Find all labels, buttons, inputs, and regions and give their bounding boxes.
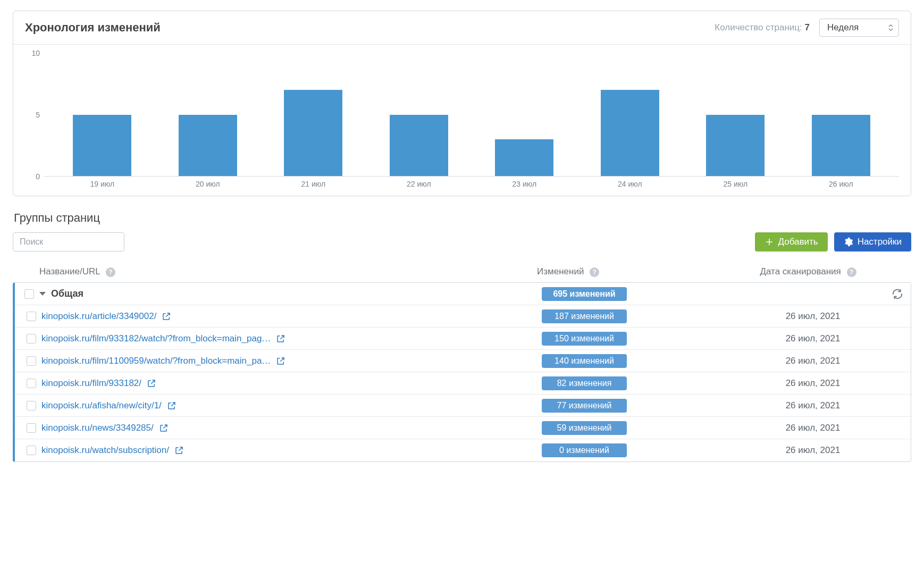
changes-badge[interactable]: 59 изменений (542, 421, 627, 435)
help-icon[interactable]: ? (847, 267, 856, 277)
x-tick: 19 июл (49, 180, 155, 191)
bar-slot (472, 53, 577, 176)
col-scan-date: Дата сканирования ? (718, 266, 898, 277)
table-row: kinopoisk.ru/afisha/new/city/1/77 измене… (15, 395, 911, 417)
table-row: kinopoisk.ru/news/3349285/59 изменений26… (15, 417, 911, 439)
x-tick: 25 июл (683, 180, 788, 191)
group-row[interactable]: Общая 695 изменений (15, 283, 911, 305)
plus-icon (765, 237, 774, 247)
help-icon[interactable]: ? (590, 267, 599, 277)
checkbox[interactable] (27, 334, 36, 343)
help-icon[interactable]: ? (106, 267, 115, 277)
col-name: Название/URL ? (39, 266, 537, 277)
chart-bar[interactable] (179, 115, 237, 177)
col-changes-label: Изменений (537, 266, 584, 276)
scan-date: 26 июл, 2021 (723, 378, 903, 389)
chart-bar[interactable] (706, 115, 765, 177)
scan-date: 26 июл, 2021 (723, 445, 903, 456)
refresh-icon (892, 288, 903, 300)
table-row: kinopoisk.ru/film/933182/watch/?from_blo… (15, 328, 911, 350)
external-link-icon[interactable] (174, 446, 184, 455)
table-row: kinopoisk.ru/film/1100959/watch/?from_bl… (15, 350, 911, 372)
scan-date: 26 июл, 2021 (723, 311, 903, 322)
external-link-icon[interactable] (276, 334, 285, 343)
pages-count-label: Количество страниц: (715, 22, 802, 32)
changes-badge[interactable]: 82 изменения (542, 376, 627, 390)
bar-slot (577, 53, 683, 176)
changes-badge[interactable]: 695 изменений (542, 287, 627, 301)
page-url-link[interactable]: kinopoisk.ru/watch/subscription/ (41, 445, 169, 456)
chart-bar[interactable] (601, 90, 659, 176)
changes-badge[interactable]: 140 изменений (542, 354, 627, 368)
x-tick: 23 июл (472, 180, 577, 191)
table-row: kinopoisk.ru/film/933182/82 изменения26 … (15, 372, 911, 395)
checkbox[interactable] (24, 289, 34, 299)
settings-button[interactable]: Настройки (834, 232, 911, 251)
col-scan-date-label: Дата сканирования (760, 266, 841, 276)
chart-bar[interactable] (390, 115, 448, 177)
changes-badge[interactable]: 150 изменений (542, 332, 627, 346)
page-url-link[interactable]: kinopoisk.ru/film/1100959/watch/?from_bl… (41, 356, 271, 366)
settings-button-label: Настройки (858, 237, 902, 247)
chart-bar[interactable] (812, 115, 870, 177)
page-groups-table: Общая 695 изменений kinopoisk.ru/article… (13, 282, 911, 462)
y-tick: 0 (36, 172, 40, 181)
chart-bar[interactable] (73, 115, 131, 177)
page-url-link[interactable]: kinopoisk.ru/film/933182/ (41, 378, 141, 389)
chart-bar[interactable] (284, 90, 342, 176)
gear-icon (844, 237, 853, 247)
x-tick: 22 июл (366, 180, 472, 191)
page-url-link[interactable]: kinopoisk.ru/article/3349002/ (41, 311, 156, 322)
x-tick: 20 июл (155, 180, 261, 191)
chart-y-axis: 0510 (25, 53, 44, 177)
external-link-icon[interactable] (167, 401, 177, 410)
toolbar: Добавить Настройки (13, 232, 911, 251)
chronology-header-right: Количество страниц: 7 Неделя (715, 19, 899, 37)
checkbox[interactable] (27, 446, 36, 455)
changes-badge[interactable]: 187 изменений (542, 309, 627, 323)
caret-down-icon[interactable] (39, 292, 46, 296)
page-url-link[interactable]: kinopoisk.ru/afisha/new/city/1/ (41, 400, 162, 411)
bar-slot (261, 53, 366, 176)
x-tick: 21 июл (261, 180, 366, 191)
bar-slot (788, 53, 894, 176)
pages-count-value: 7 (805, 22, 810, 32)
chart: 0510 19 июл20 июл21 июл22 июл23 июл24 ию… (25, 53, 899, 191)
external-link-icon[interactable] (276, 356, 285, 366)
page-url-link[interactable]: kinopoisk.ru/news/3349285/ (41, 423, 154, 433)
chronology-title: Хронология изменений (25, 21, 161, 35)
changes-badge[interactable]: 77 изменений (542, 399, 627, 413)
select-caret-icon (888, 24, 893, 31)
page-groups-title: Группы страниц (14, 211, 911, 225)
add-button-label: Добавить (778, 237, 818, 247)
group-name: Общая (51, 288, 83, 299)
checkbox[interactable] (27, 356, 36, 366)
checkbox[interactable] (27, 423, 36, 433)
external-link-icon[interactable] (162, 312, 171, 321)
range-select-value: Неделя (827, 22, 859, 33)
checkbox[interactable] (27, 379, 36, 388)
chronology-card: Хронология изменений Количество страниц:… (13, 11, 911, 196)
table-row: kinopoisk.ru/article/3349002/187 изменен… (15, 305, 911, 328)
y-tick: 10 (31, 49, 40, 57)
external-link-icon[interactable] (159, 423, 169, 433)
chart-area: 0510 19 июл20 июл21 июл22 июл23 июл24 ию… (13, 45, 911, 196)
external-link-icon[interactable] (147, 379, 156, 388)
refresh-button[interactable] (892, 288, 903, 300)
pages-count: Количество страниц: 7 (715, 22, 810, 33)
checkbox[interactable] (27, 401, 36, 410)
changes-badge[interactable]: 0 изменений (542, 443, 627, 457)
bar-slot (683, 53, 788, 176)
search-input[interactable] (13, 232, 124, 251)
x-tick: 26 июл (788, 180, 894, 191)
chart-bar[interactable] (495, 139, 553, 176)
bar-slot (155, 53, 261, 176)
x-tick: 24 июл (577, 180, 683, 191)
chart-bars (44, 53, 899, 176)
toolbar-right: Добавить Настройки (755, 232, 912, 251)
bar-slot (366, 53, 472, 176)
range-select[interactable]: Неделя (819, 19, 899, 37)
checkbox[interactable] (27, 312, 36, 321)
page-url-link[interactable]: kinopoisk.ru/film/933182/watch/?from_blo… (41, 333, 271, 344)
add-button[interactable]: Добавить (755, 232, 828, 251)
